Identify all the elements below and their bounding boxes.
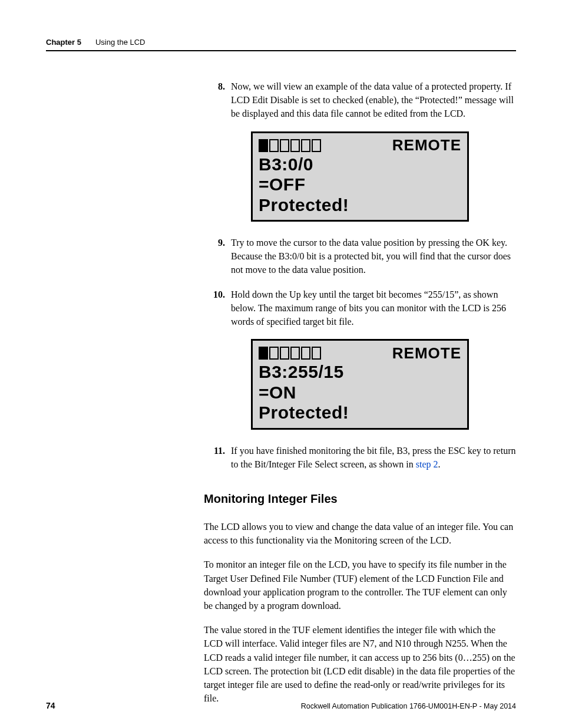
battery-cell-filled	[259, 347, 268, 360]
step-9: 9. Try to move the cursor to the data va…	[204, 236, 516, 277]
lcd-screenshot-2: REMOTE B3:255/15 =ON Protected!	[204, 339, 516, 430]
lcd-line-address: B3:255/15	[259, 362, 461, 383]
step-link[interactable]: step 2	[416, 459, 438, 469]
battery-cell	[269, 139, 279, 152]
lcd-line-status: Protected!	[259, 195, 461, 216]
section-heading: Monitoring Integer Files	[204, 492, 516, 506]
battery-cell	[312, 347, 321, 360]
step-text: Try to move the cursor to the data value…	[231, 238, 511, 275]
lcd-screenshot-1: REMOTE B3:0/0 =OFF Protected!	[204, 131, 516, 222]
lcd-line-status: Protected!	[259, 403, 461, 423]
battery-cell	[301, 347, 310, 360]
battery-icon	[259, 347, 321, 360]
step-text: Hold down the Up key until the target bi…	[231, 289, 506, 327]
lcd-display: REMOTE B3:255/15 =ON Protected!	[251, 339, 469, 430]
lcd-line-address: B3:0/0	[259, 154, 461, 175]
running-header: Chapter 5 Using the LCD	[46, 38, 516, 51]
step-text: If you have finished monitoring the bit …	[231, 446, 515, 469]
lcd-status-row: REMOTE	[259, 344, 461, 362]
battery-icon	[259, 139, 321, 152]
battery-cell	[290, 347, 300, 360]
step-list: 11. If you have finished monitoring the …	[204, 444, 516, 471]
page-footer: 74 Rockwell Automation Publication 1766-…	[46, 701, 516, 710]
step-list: 9. Try to move the cursor to the data va…	[204, 236, 516, 328]
body-paragraph: The LCD allows you to view and change th…	[204, 520, 516, 547]
step-number: 11.	[204, 444, 225, 457]
chapter-title: Using the LCD	[95, 38, 146, 47]
battery-cell	[301, 139, 310, 152]
step-list: 8. Now, we will view an example of the d…	[204, 80, 516, 121]
lcd-line-value: =ON	[259, 383, 461, 403]
battery-cell	[290, 139, 300, 152]
publication-info: Rockwell Automation Publication 1766-UM0…	[301, 702, 516, 710]
lcd-display: REMOTE B3:0/0 =OFF Protected!	[251, 131, 469, 222]
main-column: 8. Now, we will view an example of the d…	[204, 80, 516, 705]
body-paragraph: The value stored in the TUF element iden…	[204, 623, 516, 705]
battery-cell-filled	[259, 139, 268, 152]
page-number: 74	[46, 701, 55, 710]
step-11: 11. If you have finished monitoring the …	[204, 444, 516, 471]
step-10: 10. Hold down the Up key until the targe…	[204, 288, 516, 329]
battery-cell	[312, 139, 321, 152]
step-number: 8.	[204, 80, 225, 93]
battery-cell	[280, 139, 289, 152]
lcd-mode: REMOTE	[392, 136, 461, 154]
step-8: 8. Now, we will view an example of the d…	[204, 80, 516, 121]
chapter-label: Chapter 5	[46, 38, 81, 47]
battery-cell	[280, 347, 289, 360]
body-paragraph: To monitor an integer file on the LCD, y…	[204, 558, 516, 612]
battery-cell	[269, 347, 279, 360]
page: Chapter 5 Using the LCD 8. Now, we will …	[0, 0, 562, 728]
step-text: Now, we will view an example of the data…	[231, 81, 514, 118]
step-number: 9.	[204, 236, 225, 249]
step-number: 10.	[204, 288, 225, 301]
lcd-line-value: =OFF	[259, 174, 461, 195]
lcd-status-row: REMOTE	[259, 137, 461, 154]
lcd-mode: REMOTE	[392, 344, 461, 363]
